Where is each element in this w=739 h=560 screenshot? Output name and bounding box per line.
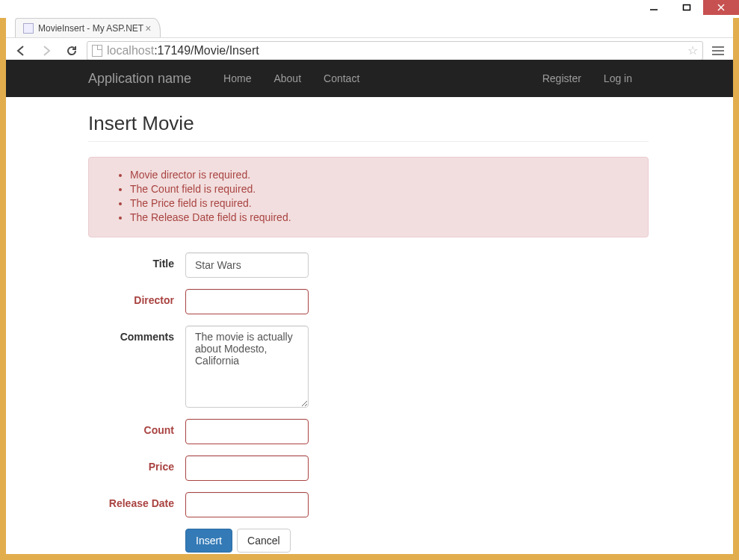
forward-button[interactable] [36,40,57,61]
close-window-button[interactable] [703,0,739,15]
insert-movie-form: Title Director Comments Count [88,252,649,553]
url-path: :17149/Movie/Insert [154,44,259,57]
page-title: Insert Movie [88,112,649,135]
site-navbar: Application name Home About Contact Regi… [6,60,733,97]
nav-link-home[interactable]: Home [212,72,262,84]
page-content: Insert Movie Movie director is required.… [88,97,649,554]
count-label: Count [88,419,185,444]
reload-button[interactable] [61,40,82,61]
tab-title: MovieInsert - My ASP.NET [38,23,143,34]
brand-link[interactable]: Application name [88,71,191,87]
price-label: Price [88,455,185,481]
browser-tab[interactable]: MovieInsert - My ASP.NET × [15,18,161,37]
price-input[interactable] [185,455,309,481]
svg-rect-1 [684,5,690,10]
title-divider [88,141,649,142]
tab-strip: MovieInsert - My ASP.NET × [6,16,733,37]
toolbar: localhost:17149/Movie/Insert ☆ [6,37,733,63]
url-host: localhost [107,44,154,57]
title-input[interactable] [185,252,309,278]
validation-summary: Movie director is required. The Count fi… [88,157,649,237]
validation-error: The Price field is required. [130,197,637,209]
insert-button[interactable]: Insert [185,529,232,553]
tab-close-icon[interactable]: × [143,22,152,34]
page-icon [92,45,102,57]
comments-textarea[interactable] [185,326,309,408]
os-title-bar [0,0,739,18]
nav-link-login[interactable]: Log in [593,72,643,84]
nav-link-register[interactable]: Register [531,72,593,84]
cancel-button[interactable]: Cancel [237,529,291,553]
validation-error: Movie director is required. [130,169,637,181]
title-label: Title [88,252,185,278]
favicon-icon [23,23,34,34]
release-date-input[interactable] [185,492,309,517]
director-input[interactable] [185,289,309,314]
nav-link-about[interactable]: About [262,72,312,84]
validation-error: The Release Date field is required. [130,211,637,223]
window-controls [637,0,739,15]
browser-chrome: MovieInsert - My ASP.NET × localhost:171… [6,16,733,63]
browser-menu-button[interactable] [708,40,729,61]
maximize-button[interactable] [670,0,703,15]
address-bar[interactable]: localhost:17149/Movie/Insert ☆ [87,41,703,60]
validation-error: The Count field is required. [130,183,637,195]
count-input[interactable] [185,419,309,444]
back-button[interactable] [10,40,31,61]
director-label: Director [88,289,185,314]
window-frame: MovieInsert - My ASP.NET × localhost:171… [0,0,739,560]
nav-link-contact[interactable]: Contact [312,72,371,84]
comments-label: Comments [88,326,185,408]
page-viewport[interactable]: Application name Home About Contact Regi… [6,60,733,554]
release-date-label: Release Date [88,492,185,517]
bookmark-star-icon[interactable]: ☆ [687,43,698,57]
minimize-button[interactable] [637,0,670,15]
